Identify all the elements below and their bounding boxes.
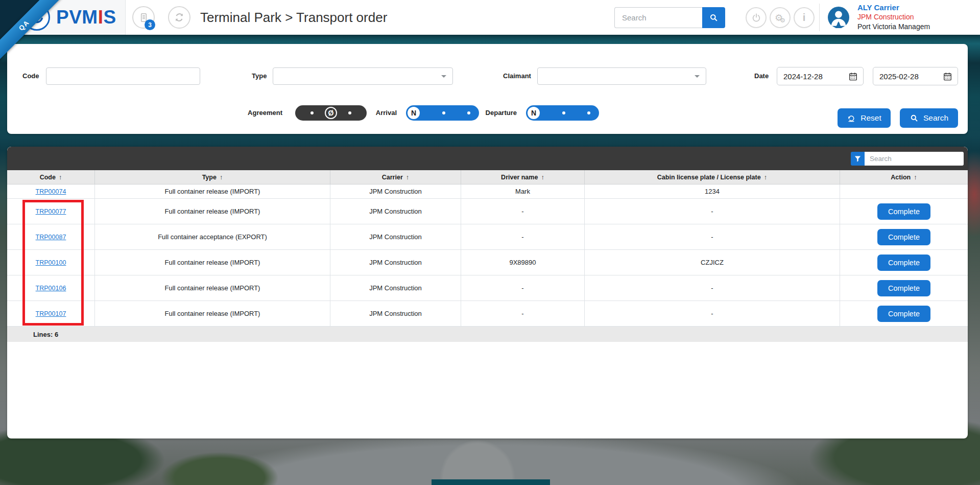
user-company: JPM Construction [857,12,980,22]
refresh-button[interactable] [168,6,190,29]
transport-order-link[interactable]: TRP00106 [36,285,66,292]
cell-code: TRP00077 [7,199,95,224]
complete-button[interactable]: Complete [877,203,930,220]
date-label: Date [754,67,769,85]
cell-driver: Mark [461,184,585,198]
table-filter-button[interactable] [851,152,865,166]
cell-carrier: JPM Construction [330,301,461,326]
cell-code: TRP00074 [7,184,95,198]
reset-button[interactable]: Reset [838,108,891,128]
global-search-input[interactable] [614,7,702,28]
column-label: Carrier [382,174,403,181]
date-to-value: 2025-02-28 [879,72,919,81]
global-search-button[interactable] [702,7,725,28]
search-icon [910,113,919,123]
cell-plate: 1234 [585,184,840,198]
notification-badge: 3 [145,19,155,30]
transport-order-link[interactable]: TRP00074 [36,188,66,195]
chevron-down-icon [441,75,446,78]
brand-part-blue2: S [103,7,116,28]
toggle-dot [562,111,565,114]
documents-button[interactable]: 3 [132,6,155,29]
column-header-action[interactable]: Action↑ [840,170,968,184]
table-row: TRP00074Full container release (IMPORT)J… [7,184,968,199]
column-header-driver[interactable]: Driver name↑ [461,170,585,184]
reset-button-label: Reset [861,113,881,123]
cell-type: Full container release (IMPORT) [95,199,330,224]
transport-order-link[interactable]: TRP00077 [36,208,66,215]
filter-search-button[interactable]: Search [900,108,958,128]
cell-plate: - [585,301,840,326]
column-header-code[interactable]: Code↑ [7,170,95,184]
column-header-type[interactable]: Type↑ [95,170,330,184]
cell-action: Complete [840,250,968,275]
cell-action: Complete [840,224,968,249]
arrival-toggle[interactable]: N [406,105,479,121]
complete-button[interactable]: Complete [877,255,930,271]
chevron-down-icon [695,75,700,78]
sort-asc-icon: ↑ [764,173,768,181]
transport-order-link[interactable]: TRP00100 [36,259,66,266]
brand-part-red: I [98,7,104,28]
cell-carrier: JPM Construction [330,224,461,249]
page-title: Terminal Park > Transport order [200,0,387,35]
sort-asc-icon: ↑ [59,173,62,181]
table-row: TRP00087Full container acceptance (EXPOR… [7,224,968,250]
departure-toggle[interactable]: N [526,105,599,121]
table-search-input[interactable] [865,152,964,166]
info-button[interactable]: i [794,7,815,28]
power-icon [751,12,762,24]
column-header-plate[interactable]: Cabin license plate / License plate↑ [585,170,840,184]
column-label: Type [202,174,217,181]
transport-order-link[interactable]: TRP00087 [36,234,66,241]
column-label: Driver name [501,174,538,181]
cell-action: Complete [840,301,968,326]
code-label: Code [22,67,39,85]
date-to-input[interactable]: 2025-02-28 [873,67,958,85]
cell-carrier: JPM Construction [330,275,461,301]
funnel-icon [854,155,862,163]
complete-button[interactable]: Complete [877,229,930,245]
cell-driver: - [461,199,585,224]
settings-button[interactable]: ⚙⚙ [770,7,791,28]
type-select[interactable] [273,67,453,85]
code-input[interactable] [46,67,200,85]
cell-carrier: JPM Construction [330,250,461,275]
toggle-dot [348,111,351,114]
cell-driver: - [461,301,585,326]
cell-type: Full container release (IMPORT) [95,184,330,198]
cell-plate: - [585,275,840,301]
background-photo-detail [432,479,550,485]
person-icon [828,7,849,28]
type-label: Type [252,67,267,85]
user-organization: Port Victoria Managem [857,22,980,32]
cell-plate: - [585,224,840,249]
claimant-label: Claimant [503,67,531,85]
complete-button[interactable]: Complete [877,280,930,296]
date-from-value: 2024-12-28 [783,72,823,81]
column-header-carrier[interactable]: Carrier↑ [330,170,461,184]
departure-toggle-knob: N [528,107,540,119]
date-from-input[interactable]: 2024-12-28 [777,67,864,85]
user-name: ALY Carrier [857,3,980,12]
transport-order-link[interactable]: TRP00107 [36,310,66,317]
toggle-dot [310,111,314,114]
column-label: Action [891,174,911,181]
cell-action: Complete [840,199,968,224]
cell-plate: CZJICZ [585,250,840,275]
claimant-select[interactable] [537,67,706,85]
table-header-row: Code↑ Type↑ Carrier↑ Driver name↑ Cabin … [7,170,968,184]
complete-button[interactable]: Complete [877,306,930,322]
toggle-dot [442,111,445,114]
table-toolbar [7,147,968,170]
sort-asc-icon: ↑ [406,173,410,181]
gear-icon-small: ⚙ [780,17,785,24]
agreement-toggle[interactable]: Ø [295,105,367,121]
cell-code: TRP00087 [7,224,95,249]
logout-button[interactable] [746,7,767,28]
user-info[interactable]: ALY Carrier JPM Construction Port Victor… [857,3,980,32]
header-divider [819,4,820,31]
user-avatar[interactable] [828,7,849,28]
brand-name: PVMIS [56,7,116,28]
pvmis-logo-icon [23,4,50,31]
